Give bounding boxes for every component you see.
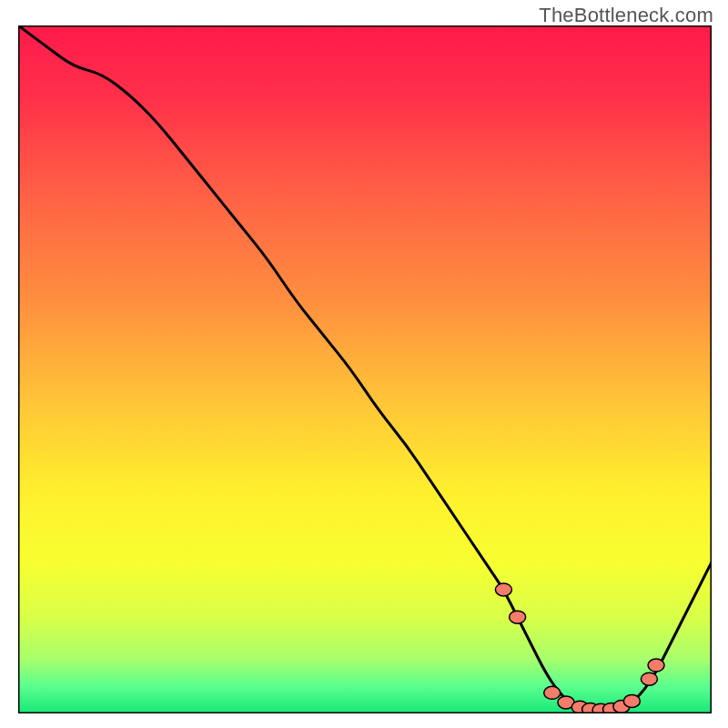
chart-root: TheBottleneck.com bbox=[0, 0, 728, 728]
plot-area bbox=[18, 25, 712, 713]
optimum-marker bbox=[641, 672, 657, 685]
chart-svg bbox=[18, 25, 712, 713]
optimum-marker bbox=[623, 694, 640, 707]
watermark-label: TheBottleneck.com bbox=[539, 4, 713, 27]
gradient-fill bbox=[18, 25, 712, 713]
optimum-marker bbox=[544, 686, 561, 699]
optimum-marker bbox=[510, 611, 526, 623]
optimum-marker bbox=[495, 583, 511, 596]
optimum-marker bbox=[648, 659, 664, 672]
